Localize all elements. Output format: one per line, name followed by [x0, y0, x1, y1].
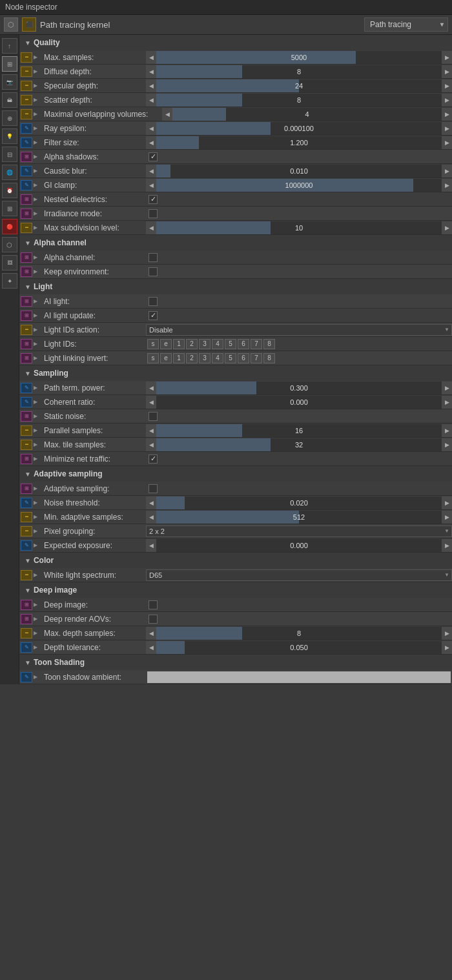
- noise-threshold-left[interactable]: ◀: [146, 496, 156, 509]
- deep-image-expand[interactable]: ▶: [34, 602, 43, 607]
- toon-shadow-swatch[interactable]: [147, 671, 451, 683]
- keep-env-expand[interactable]: ▶: [34, 269, 43, 274]
- nested-dielectrics-checkbox[interactable]: [149, 195, 158, 204]
- coherent-ratio-expand[interactable]: ▶: [34, 399, 43, 405]
- specular-depth-right[interactable]: ▶: [442, 79, 452, 92]
- light-id-1[interactable]: 1: [173, 339, 185, 349]
- static-noise-checkbox[interactable]: [149, 412, 158, 421]
- specular-depth-left[interactable]: ◀: [146, 79, 156, 92]
- light-id-5[interactable]: 5: [225, 339, 236, 349]
- depth-tolerance-left[interactable]: ◀: [146, 641, 156, 654]
- static-noise-expand[interactable]: ▶: [34, 413, 43, 419]
- max-samples-right[interactable]: ▶: [442, 51, 452, 64]
- parallel-samples-track[interactable]: 16: [156, 424, 442, 437]
- irradiance-mode-checkbox[interactable]: [149, 209, 158, 218]
- depth-tolerance-track[interactable]: 0.050: [156, 641, 442, 654]
- link-inv-5[interactable]: 5: [225, 353, 236, 363]
- ai-light-expand[interactable]: ▶: [34, 298, 43, 304]
- sidebar-btn-0[interactable]: ↑: [2, 38, 17, 54]
- max-overlap-expand[interactable]: ▶: [34, 111, 43, 117]
- sidebar-btn-7[interactable]: 🌐: [2, 165, 17, 180]
- diffuse-depth-expand[interactable]: ▶: [34, 68, 43, 74]
- toon-triangle[interactable]: ▼: [25, 659, 31, 666]
- filter-size-expand[interactable]: ▶: [34, 139, 43, 145]
- caustic-blur-left[interactable]: ◀: [146, 165, 156, 178]
- coherent-ratio-track[interactable]: 0.000: [156, 396, 442, 409]
- sidebar-btn-2[interactable]: 📷: [2, 74, 17, 90]
- max-tile-samples-left[interactable]: ◀: [146, 438, 156, 451]
- light-id-7[interactable]: 7: [251, 339, 262, 349]
- filter-size-left[interactable]: ◀: [146, 136, 156, 149]
- keep-env-checkbox[interactable]: [149, 267, 158, 276]
- light-id-e[interactable]: e: [160, 339, 172, 349]
- link-inv-7[interactable]: 7: [251, 353, 262, 363]
- nested-dielectrics-expand[interactable]: ▶: [34, 196, 43, 202]
- parallel-samples-right[interactable]: ▶: [442, 424, 452, 437]
- expected-exposure-expand[interactable]: ▶: [34, 542, 43, 548]
- gi-clamp-expand[interactable]: ▶: [34, 182, 43, 188]
- caustic-blur-right[interactable]: ▶: [442, 165, 452, 178]
- max-depth-samples-left[interactable]: ◀: [146, 627, 156, 640]
- light-id-8[interactable]: 8: [263, 339, 275, 349]
- ray-epsilon-left[interactable]: ◀: [146, 122, 156, 135]
- parallel-samples-left[interactable]: ◀: [146, 424, 156, 437]
- gi-clamp-track[interactable]: 1000000: [156, 179, 442, 192]
- adaptive-triangle[interactable]: ▼: [25, 471, 31, 478]
- sidebar-btn-6[interactable]: ⊟: [2, 147, 17, 162]
- specular-depth-track[interactable]: 24: [156, 79, 442, 92]
- light-id-3[interactable]: 3: [199, 339, 211, 349]
- alpha-shadows-expand[interactable]: ▶: [34, 154, 43, 159]
- filter-size-right[interactable]: ▶: [442, 136, 452, 149]
- link-inv-2[interactable]: 2: [186, 353, 198, 363]
- caustic-blur-track[interactable]: 0.010: [156, 165, 442, 178]
- max-overlap-track[interactable]: 4: [172, 108, 442, 121]
- max-samples-expand[interactable]: ▶: [34, 54, 43, 60]
- max-depth-samples-right[interactable]: ▶: [442, 627, 452, 640]
- diffuse-depth-right[interactable]: ▶: [442, 65, 452, 78]
- color-triangle[interactable]: ▼: [25, 557, 31, 564]
- path-term-right[interactable]: ▶: [442, 382, 452, 394]
- alpha-triangle[interactable]: ▼: [25, 240, 31, 247]
- white-light-select[interactable]: D65 D60 D55 Custom: [146, 569, 452, 581]
- min-adaptive-expand[interactable]: ▶: [34, 514, 43, 520]
- light-ids-expand[interactable]: ▶: [34, 341, 43, 347]
- light-linking-expand[interactable]: ▶: [34, 355, 43, 361]
- sidebar-btn-13[interactable]: ✦: [2, 273, 17, 289]
- light-id-s[interactable]: s: [147, 339, 159, 349]
- light-id-2[interactable]: 2: [186, 339, 198, 349]
- sampling-triangle[interactable]: ▼: [25, 370, 31, 377]
- ray-epsilon-track[interactable]: 0.000100: [156, 122, 442, 135]
- max-samples-track[interactable]: 5000: [156, 51, 442, 64]
- irradiance-mode-expand[interactable]: ▶: [34, 210, 43, 216]
- noise-threshold-expand[interactable]: ▶: [34, 500, 43, 505]
- caustic-blur-expand[interactable]: ▶: [34, 168, 43, 174]
- gi-clamp-left[interactable]: ◀: [146, 179, 156, 192]
- light-triangle[interactable]: ▼: [25, 283, 31, 291]
- max-subdiv-left[interactable]: ◀: [146, 221, 156, 234]
- specular-depth-expand[interactable]: ▶: [34, 83, 43, 88]
- sidebar-btn-1[interactable]: ⊞: [2, 56, 17, 72]
- scatter-depth-expand[interactable]: ▶: [34, 97, 43, 103]
- sidebar-btn-8[interactable]: ⏰: [2, 183, 17, 198]
- gi-clamp-right[interactable]: ▶: [442, 179, 452, 192]
- deep-triangle[interactable]: ▼: [25, 587, 31, 594]
- minimize-net-checkbox[interactable]: [149, 454, 158, 464]
- expected-exposure-left[interactable]: ◀: [146, 539, 156, 552]
- alpha-channel-checkbox[interactable]: [149, 253, 158, 262]
- depth-tolerance-right[interactable]: ▶: [442, 641, 452, 654]
- coherent-ratio-right[interactable]: ▶: [442, 396, 452, 409]
- adaptive-sampling-expand[interactable]: ▶: [34, 485, 43, 491]
- deep-aovs-checkbox[interactable]: [149, 615, 158, 624]
- scatter-depth-track[interactable]: 8: [156, 94, 442, 107]
- path-tracing-dropdown[interactable]: Path tracing Direct lighting Ambient occ…: [364, 17, 448, 32]
- deep-image-checkbox[interactable]: [149, 600, 158, 609]
- diffuse-depth-left[interactable]: ◀: [146, 65, 156, 78]
- sidebar-btn-4[interactable]: ⊕: [2, 110, 17, 126]
- diffuse-depth-track[interactable]: 8: [156, 65, 442, 78]
- min-adaptive-track[interactable]: 512: [156, 511, 442, 524]
- path-term-track[interactable]: 0.300: [156, 382, 442, 394]
- path-term-expand[interactable]: ▶: [34, 385, 43, 391]
- max-subdiv-expand[interactable]: ▶: [34, 225, 43, 230]
- light-ids-action-select[interactable]: Disable Enable Exclude: [146, 324, 452, 336]
- depth-tolerance-expand[interactable]: ▶: [34, 644, 43, 650]
